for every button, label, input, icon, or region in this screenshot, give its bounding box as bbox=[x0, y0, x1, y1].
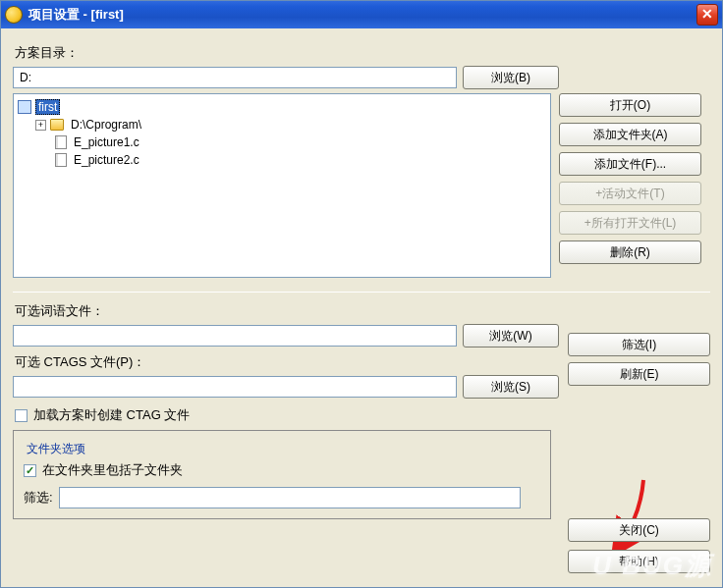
opt-word-input[interactable] bbox=[13, 325, 457, 347]
close-icon[interactable]: ✕ bbox=[696, 4, 718, 26]
ctag-create-checkbox-row[interactable]: 加载方案时创建 CTAG 文件 bbox=[15, 406, 710, 424]
app-icon bbox=[5, 6, 23, 24]
tree-file-row[interactable]: E_picture2.c bbox=[16, 151, 548, 169]
project-icon bbox=[18, 100, 31, 114]
active-file-button: +活动文件(T) bbox=[559, 182, 701, 205]
tree-project-row[interactable]: first bbox=[16, 98, 548, 116]
folder-options-fieldset: 文件夹选项 在文件夹里包括子文件夹 筛选: bbox=[13, 430, 551, 519]
file-icon bbox=[55, 135, 67, 149]
tree-folder-label: D:\Cprogram\ bbox=[68, 117, 144, 133]
include-subfolders-label: 在文件夹里包括子文件夹 bbox=[42, 461, 183, 479]
expand-icon[interactable]: + bbox=[35, 120, 46, 131]
add-file-button[interactable]: 添加文件(F)... bbox=[559, 152, 701, 176]
directory-label: 方案目录： bbox=[15, 44, 710, 62]
folder-icon bbox=[50, 119, 64, 131]
close-button[interactable]: 关闭(C) bbox=[568, 518, 710, 542]
file-icon bbox=[55, 153, 67, 167]
titlebar: 项目设置 - [first] ✕ bbox=[1, 1, 722, 28]
checkbox-icon[interactable] bbox=[15, 409, 28, 422]
ctag-create-label: 加载方案时创建 CTAG 文件 bbox=[33, 406, 190, 424]
tree-file-label: E_picture1.c bbox=[71, 134, 142, 150]
add-folder-button[interactable]: 添加文件夹(A) bbox=[559, 123, 701, 146]
filter-button[interactable]: 筛选(I) bbox=[568, 333, 710, 356]
window-title: 项目设置 - [first] bbox=[28, 6, 124, 24]
folder-options-legend: 文件夹选项 bbox=[24, 441, 88, 457]
tree-file-row[interactable]: E_picture1.c bbox=[16, 134, 548, 151]
all-open-files-button: +所有打开文件(L) bbox=[559, 211, 701, 235]
refresh-button[interactable]: 刷新(E) bbox=[568, 362, 710, 386]
directory-input[interactable] bbox=[13, 67, 457, 88]
help-button[interactable]: 帮助(H) bbox=[568, 550, 710, 573]
tree-project-label: first bbox=[35, 99, 60, 115]
tree-file-label: E_picture2.c bbox=[71, 152, 142, 168]
browse-button[interactable]: 浏览(B) bbox=[463, 66, 559, 89]
file-tree[interactable]: first + D:\Cprogram\ E_picture1.c E_pict… bbox=[13, 93, 551, 278]
browse-ctags-button[interactable]: 浏览(S) bbox=[463, 375, 559, 399]
checkbox-icon[interactable] bbox=[24, 464, 36, 477]
filter-label: 筛选: bbox=[24, 489, 53, 507]
delete-button[interactable]: 删除(R) bbox=[559, 241, 701, 264]
filter-input[interactable] bbox=[59, 487, 521, 508]
tree-folder-row[interactable]: + D:\Cprogram\ bbox=[16, 116, 548, 134]
ctags-input[interactable] bbox=[13, 376, 457, 398]
open-button[interactable]: 打开(O) bbox=[559, 93, 701, 117]
browse-word-button[interactable]: 浏览(W) bbox=[463, 324, 559, 347]
opt-word-label: 可选词语文件： bbox=[15, 302, 710, 320]
include-subfolders-row[interactable]: 在文件夹里包括子文件夹 bbox=[24, 461, 540, 479]
